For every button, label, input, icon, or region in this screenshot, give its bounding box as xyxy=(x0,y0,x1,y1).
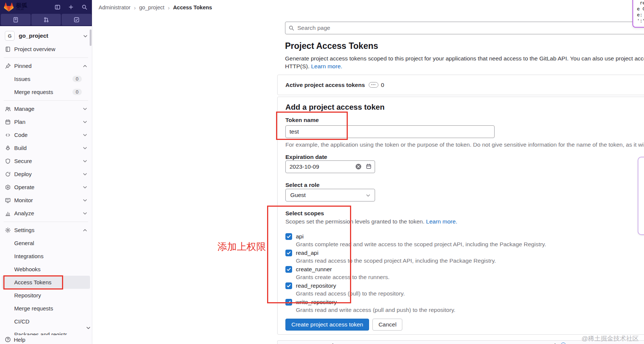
sidebar-divider xyxy=(4,100,88,101)
select-scopes-label: Select scopes xyxy=(285,210,324,217)
code-line: e: xyxy=(637,12,644,18)
sidebar-item-operate[interactable]: Operate xyxy=(2,181,90,194)
rocket-icon xyxy=(5,145,11,151)
create-new-icon[interactable] xyxy=(67,3,75,11)
table-header-expires: Expires xyxy=(641,343,644,344)
sidebar-dark-header: 极狐 GitLab xyxy=(0,0,92,26)
chevron-down-icon xyxy=(83,107,87,110)
learn-more-link[interactable]: Learn more. xyxy=(311,63,343,69)
chevron-down-icon xyxy=(83,32,87,39)
sidebar-item-help[interactable]: Help xyxy=(0,335,92,344)
sidebar-item-access-tokens[interactable]: Access Tokens xyxy=(2,276,90,289)
code-tooltip: reque Code:':"40 xyxy=(632,0,644,28)
chevron-down-icon xyxy=(83,160,87,163)
workspace-switcher[interactable]: G go_project xyxy=(2,30,90,42)
shortcut-todos-button[interactable] xyxy=(62,14,92,25)
sidebar-nav: Project overview Pinned Issues 0 Merge r… xyxy=(2,43,90,335)
sidebar-item-code[interactable]: Code xyxy=(2,128,90,141)
code-line: e Cod xyxy=(637,6,644,12)
shortcut-issues-button[interactable] xyxy=(1,14,31,25)
chevron-down-icon xyxy=(83,121,87,123)
sidebar-item-merge-requests[interactable]: Merge requests 0 xyxy=(2,85,90,98)
scope-option-read-api: read_api Grants read access to the scope… xyxy=(285,249,643,265)
sidebar-item-merge-requests[interactable]: Merge requests xyxy=(2,302,90,315)
scroll-down-chevron-icon[interactable] xyxy=(86,324,90,331)
search-input[interactable] xyxy=(285,22,644,34)
sidebar-item-manage[interactable]: Manage xyxy=(2,102,90,115)
sidebar-item-general[interactable]: General xyxy=(2,237,90,250)
brand-text: 极狐 GitLab xyxy=(16,3,27,11)
sidebar-item-packages-and-registr[interactable]: Packages and registr xyxy=(2,328,90,335)
active-tokens-label: Active project access tokens xyxy=(285,82,365,88)
scope-option-write-repository: write_repository Grants read and write a… xyxy=(285,298,643,314)
sidebar-item-plan[interactable]: Plan xyxy=(2,115,90,128)
sidebar-item-settings[interactable]: Settings xyxy=(2,223,90,237)
calendar-icon[interactable] xyxy=(366,163,372,171)
breadcrumb-administrator[interactable]: Administrator xyxy=(99,4,130,10)
breadcrumb-go-project[interactable]: go_project xyxy=(139,4,164,10)
select-role-label: Select a role xyxy=(285,182,319,188)
table-header-last-used: Last Used xyxy=(528,343,556,344)
sidebar-item-ci-cd[interactable]: CI/CD xyxy=(2,315,90,328)
token-name-input[interactable] xyxy=(285,125,495,138)
sidebar-item-monitor[interactable]: Monitor xyxy=(2,194,90,207)
sidebar-item-issues[interactable]: Issues 0 xyxy=(2,72,90,85)
sidebar-item-repository[interactable]: Repository xyxy=(2,289,90,302)
token-name-help: For example, the application using the t… xyxy=(285,141,644,148)
scope-checkbox[interactable] xyxy=(285,299,292,306)
scope-checkbox[interactable] xyxy=(285,266,292,273)
breadcrumb-separator: › xyxy=(134,4,136,11)
create-token-button[interactable]: Create project access token xyxy=(285,319,369,331)
monitor-icon xyxy=(5,197,11,203)
scopes-list: api Grants complete read and write acces… xyxy=(285,233,643,315)
sidebar-item-analyze[interactable]: Analyze xyxy=(2,207,90,220)
page-title: Project Access Tokens xyxy=(285,41,378,51)
gear-icon xyxy=(5,227,11,233)
watermark: @稀土掘金技术社区 xyxy=(582,334,639,343)
scope-option-api: api Grants complete read and write acces… xyxy=(285,233,643,248)
sidebar-item-build[interactable]: Build xyxy=(2,141,90,154)
sidebar-item-secure[interactable]: Secure xyxy=(2,154,90,168)
expiration-date-label: Expiration date xyxy=(285,154,327,160)
deploy-icon xyxy=(5,171,11,177)
breadcrumb: Administrator›go_project›Access Tokens xyxy=(99,4,212,11)
form-buttons: Create project access token Cancel xyxy=(285,319,402,331)
chevron-down-icon xyxy=(366,192,370,198)
project-avatar: G xyxy=(5,31,15,41)
users-icon xyxy=(5,106,11,112)
gitlab-logo-icon[interactable] xyxy=(4,2,14,12)
page-description: Generate project access tokens scoped to… xyxy=(285,54,644,70)
cancel-button[interactable]: Cancel xyxy=(372,319,402,331)
scopes-learn-more-link[interactable]: Learn more. xyxy=(426,218,458,225)
sidebar-toggle-icon[interactable] xyxy=(54,3,61,11)
table-header-help-icon[interactable]: ? xyxy=(561,343,566,344)
sidebar-item-integrations[interactable]: Integrations xyxy=(2,250,90,263)
pinned-shortcuts xyxy=(1,14,92,25)
chevron-down-icon xyxy=(83,134,87,137)
sidebar-item-pinned[interactable]: Pinned xyxy=(2,59,90,72)
chevron-down-icon xyxy=(83,199,87,202)
clear-date-icon[interactable] xyxy=(355,163,362,171)
annotation-note: 添加上权限 xyxy=(217,240,266,253)
scopes-help-text: Scopes set the permission levels granted… xyxy=(285,218,426,225)
count-badge: 0 xyxy=(72,76,82,82)
table-header-token-name: Token name xyxy=(325,343,359,344)
scope-checkbox[interactable] xyxy=(285,250,292,256)
role-select[interactable]: Guest xyxy=(285,189,375,201)
brand-title: 极狐 xyxy=(16,3,27,7)
search-icon[interactable] xyxy=(81,3,88,11)
chevron-down-icon xyxy=(83,212,87,215)
pin-icon xyxy=(5,63,11,69)
search-icon xyxy=(288,25,294,32)
sidebar-item-deploy[interactable]: Deploy xyxy=(2,168,90,181)
sidebar-scrollbar-thumb[interactable] xyxy=(90,29,92,46)
sidebar-item-project-overview[interactable]: Project overview xyxy=(2,43,90,56)
gitlab-access-tokens-page: 极狐 GitLab G go_project Proje xyxy=(0,0,644,344)
scope-checkbox[interactable] xyxy=(285,282,292,289)
expiration-date-input[interactable] xyxy=(285,160,375,173)
scope-checkbox[interactable] xyxy=(285,233,292,240)
count-pill-icon: ••• xyxy=(369,82,378,88)
shortcut-merge-requests-button[interactable] xyxy=(31,14,61,25)
breadcrumb-access-tokens: Access Tokens xyxy=(173,4,212,10)
sidebar-item-webhooks[interactable]: Webhooks xyxy=(2,263,90,276)
